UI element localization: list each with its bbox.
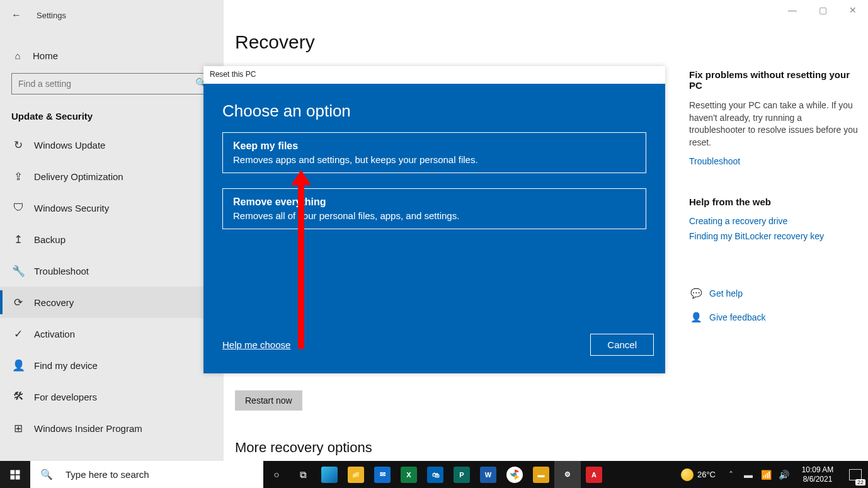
clock-date: 8/6/2021 — [792, 475, 843, 484]
svg-rect-0 — [11, 470, 15, 474]
tools-icon: 🛠 — [11, 390, 25, 403]
sidebar-item-label: Activation — [34, 329, 75, 339]
sync-icon: ↻ — [11, 139, 25, 152]
taskbar-app-store[interactable]: 🛍 — [422, 461, 448, 488]
get-help-row[interactable]: 💬 Get help — [689, 288, 859, 299]
give-feedback-label: Give feedback — [709, 312, 766, 322]
weather-icon — [681, 468, 694, 481]
taskbar-app-edge[interactable] — [316, 461, 343, 488]
troubleshoot-link[interactable]: Troubleshoot — [689, 156, 859, 166]
give-feedback-row[interactable]: 👤 Give feedback — [689, 312, 859, 323]
sidebar-item-windows-update[interactable]: ↻Windows Update — [0, 129, 224, 161]
clock-time: 10:09 AM — [792, 465, 843, 474]
sidebar-item-find-my-device[interactable]: 👤Find my device — [0, 349, 224, 381]
sidebar-item-insider-program[interactable]: ⊞Windows Insider Program — [0, 412, 224, 444]
recovery-drive-link[interactable]: Creating a recovery drive — [689, 216, 859, 226]
taskbar-app-chrome[interactable] — [501, 461, 528, 488]
backup-icon: ↥ — [11, 233, 25, 246]
home-icon: ⌂ — [11, 50, 24, 61]
taskbar-app-folder[interactable]: ▬ — [528, 461, 554, 488]
sidebar-item-label: For developers — [34, 392, 97, 402]
taskbar-app-settings[interactable]: ⚙ — [554, 461, 581, 488]
taskbar-app-mail[interactable]: ✉ — [369, 461, 396, 488]
shield-icon: 🛡 — [11, 201, 25, 214]
restart-now-button[interactable]: Restart now — [235, 390, 302, 411]
fix-problems-heading: Fix problems without resetting your PC — [689, 69, 859, 91]
start-button[interactable] — [0, 461, 30, 488]
sidebar-item-for-developers[interactable]: 🛠For developers — [0, 381, 224, 412]
search-input[interactable] — [11, 73, 212, 94]
home-label: Home — [33, 50, 58, 61]
dialog-titlebar[interactable]: Reset this PC — [203, 66, 665, 84]
delivery-icon: ⇪ — [11, 170, 25, 183]
notification-icon — [849, 469, 862, 480]
svg-rect-1 — [16, 470, 20, 474]
taskbar-search[interactable]: 🔍 Type here to search — [30, 461, 263, 488]
option-keep-my-files[interactable]: Keep my files Removes apps and settings,… — [222, 132, 646, 173]
fix-problems-body: Resetting your PC can take a while. If y… — [689, 99, 859, 149]
taskbar-search-placeholder: Type here to search — [66, 469, 149, 480]
sidebar-item-label: Find my device — [34, 360, 98, 371]
help-me-choose-link[interactable]: Help me choose — [222, 339, 290, 350]
header-row: ← Settings — [0, 5, 224, 25]
taskbar-app-acrobat[interactable]: A — [581, 461, 607, 488]
help-from-web-heading: Help from the web — [689, 196, 859, 207]
sidebar-item-label: Recovery — [34, 297, 74, 308]
option-description: Removes apps and settings, but keeps you… — [233, 154, 636, 165]
svg-rect-2 — [11, 475, 15, 479]
reset-pc-dialog: Reset this PC Choose an option Keep my f… — [203, 66, 665, 373]
sidebar-item-delivery-optimization[interactable]: ⇪Delivery Optimization — [0, 161, 224, 192]
dialog-heading: Choose an option — [203, 84, 665, 132]
insider-icon: ⊞ — [11, 422, 25, 435]
system-tray: 26°C ˄ ▬ 📶 🔊 10:09 AM 8/6/2021 22 — [681, 461, 868, 488]
taskbar-app-excel[interactable]: X — [396, 461, 422, 488]
notification-count: 22 — [855, 479, 865, 485]
sidebar-item-label: Windows Security — [34, 203, 109, 213]
taskbar-app-publisher[interactable]: P — [448, 461, 475, 488]
sidebar-item-label: Windows Update — [34, 140, 105, 150]
recovery-icon: ⟳ — [11, 296, 25, 309]
taskbar-clock[interactable]: 10:09 AM 8/6/2021 — [792, 465, 843, 484]
tray-volume-icon[interactable]: 🔊 — [775, 470, 792, 480]
sidebar-item-label: Windows Insider Program — [34, 423, 142, 434]
tray-wifi-icon[interactable]: 📶 — [757, 470, 775, 480]
tray-battery-icon[interactable]: ▬ — [740, 470, 757, 480]
more-recovery-options-heading: More recovery options — [235, 440, 868, 456]
page-title: Recovery — [235, 31, 868, 53]
minimize-button[interactable]: — — [777, 5, 808, 15]
action-center-button[interactable]: 22 — [843, 461, 868, 488]
sidebar-item-recovery[interactable]: ⟳Recovery — [0, 287, 224, 318]
sidebar-item-label: Backup — [34, 234, 66, 245]
sidebar-item-activation[interactable]: ✓Activation — [0, 318, 224, 349]
cortana-icon[interactable]: ○ — [263, 461, 290, 488]
get-help-label: Get help — [709, 288, 743, 298]
bitlocker-key-link[interactable]: Finding my BitLocker recovery key — [689, 231, 859, 241]
sidebar-item-backup[interactable]: ↥Backup — [0, 224, 224, 255]
back-icon[interactable]: ← — [11, 9, 21, 21]
taskbar-app-word[interactable]: W — [475, 461, 501, 488]
task-view-icon[interactable]: ⧉ — [290, 461, 316, 488]
wrench-icon: 🔧 — [11, 264, 25, 278]
close-button[interactable]: ✕ — [838, 5, 868, 15]
taskbar: 🔍 Type here to search ○ ⧉ 📁 ✉ X 🛍 P W ▬ … — [0, 461, 868, 488]
check-icon: ✓ — [11, 327, 25, 341]
option-description: Removes all of your personal files, apps… — [233, 210, 636, 221]
tray-chevron-icon[interactable]: ˄ — [722, 470, 740, 480]
option-title: Keep my files — [233, 140, 636, 152]
right-help-panel: Fix problems without resetting your PC R… — [689, 69, 859, 323]
taskbar-app-explorer[interactable]: 📁 — [343, 461, 369, 488]
get-help-icon: 💬 — [689, 288, 703, 299]
windows-logo-icon — [9, 469, 21, 480]
cancel-button[interactable]: Cancel — [590, 334, 654, 356]
svg-rect-3 — [16, 475, 20, 479]
weather-widget[interactable]: 26°C — [681, 468, 716, 481]
feedback-icon: 👤 — [689, 312, 703, 323]
sidebar-item-troubleshoot[interactable]: 🔧Troubleshoot — [0, 255, 224, 287]
sidebar-home[interactable]: ⌂ Home — [0, 40, 224, 71]
option-remove-everything[interactable]: Remove everything Removes all of your pe… — [222, 188, 646, 229]
app-title: Settings — [37, 11, 66, 20]
maximize-button[interactable]: ▢ — [808, 5, 838, 15]
sidebar-item-windows-security[interactable]: 🛡Windows Security — [0, 192, 224, 224]
sidebar-search[interactable]: 🔍 — [11, 73, 212, 94]
window-controls: — ▢ ✕ — [774, 5, 868, 15]
